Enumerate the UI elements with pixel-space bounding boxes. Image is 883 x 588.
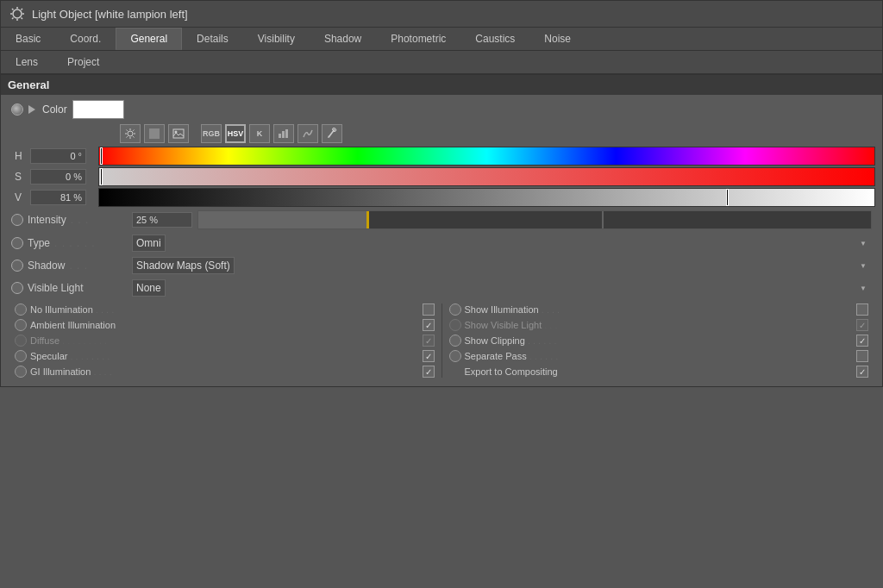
color-label: Color <box>42 103 67 116</box>
type-row: Type . . . . . . Omni <box>8 233 875 253</box>
shadow-select-wrapper: Shadow Maps (Soft) <box>132 257 872 274</box>
intensity-label-group: Intensity . . . <box>11 214 132 226</box>
diffuse-checkbox[interactable] <box>423 335 435 347</box>
s-thumb[interactable] <box>100 168 103 185</box>
show-clipping-label: Show Clipping . . . . . . <box>465 335 854 346</box>
v-input[interactable] <box>30 190 86 205</box>
shadow-radio[interactable] <box>11 260 23 272</box>
show-visible-light-radio[interactable] <box>449 319 461 331</box>
export-compositing-label: Export to Compositing <box>465 366 854 377</box>
specular-radio[interactable] <box>15 350 27 362</box>
shadow-label-group: Shadow . . . <box>11 260 132 272</box>
ambient-illumination-row: Ambient Illumination <box>15 319 435 331</box>
tab-caustics[interactable]: Caustics <box>460 28 529 50</box>
svg-line-15 <box>133 136 134 137</box>
tab-shadow[interactable]: Shadow <box>310 28 376 50</box>
checkbox-separator <box>442 303 442 378</box>
image-icon-btn[interactable] <box>168 124 189 143</box>
ambient-illumination-label: Ambient Illumination <box>30 320 419 330</box>
window-title: Light Object [white lampion left] <box>32 8 188 21</box>
checkbox-col-right: Show Illumination . . . . Show Visible L… <box>449 303 869 378</box>
specular-checkbox[interactable] <box>423 350 435 362</box>
visible-light-select[interactable]: None <box>132 279 166 297</box>
h-thumb[interactable] <box>100 147 103 165</box>
visible-light-radio[interactable] <box>11 282 23 294</box>
tab-visibility[interactable]: Visibility <box>243 28 310 50</box>
show-visible-light-label: Show Visible Light . . . <box>465 320 854 330</box>
color-swatch[interactable] <box>72 100 124 119</box>
diffuse-radio[interactable] <box>15 335 27 347</box>
visible-light-select-wrapper: None <box>132 279 872 297</box>
light-icon <box>9 6 25 22</box>
k-btn[interactable]: K <box>249 124 270 143</box>
show-visible-light-checkbox[interactable] <box>856 319 868 331</box>
v-thumb[interactable] <box>726 189 729 206</box>
type-radio[interactable] <box>11 237 23 249</box>
eyedropper-btn[interactable] <box>322 124 342 143</box>
specular-label: Specular . . . . . . . . <box>30 351 419 361</box>
color-row: Color <box>8 100 875 119</box>
type-select[interactable]: Omni <box>132 235 166 252</box>
intensity-slider[interactable] <box>197 210 872 229</box>
gi-illumination-radio[interactable] <box>15 366 27 378</box>
diffuse-label: Diffuse . . . . . . . . . <box>30 335 419 346</box>
intensity-radio[interactable] <box>11 214 23 226</box>
h-label: H <box>15 150 27 162</box>
s-slider[interactable] <box>98 167 875 186</box>
checkbox-col-left: No Illumination . . . . Ambient Illumina… <box>15 303 435 378</box>
h-slider[interactable] <box>98 147 875 166</box>
v-row: V <box>8 188 875 207</box>
levels-icon <box>278 128 290 139</box>
svg-line-8 <box>12 18 14 20</box>
gi-illumination-row: GI Illumination . . . . <box>15 366 435 378</box>
expand-color-icon[interactable] <box>28 105 35 114</box>
specular-row: Specular . . . . . . . . <box>15 350 435 362</box>
intensity-label: Intensity <box>28 214 66 226</box>
tab-lens[interactable]: Lens <box>1 51 53 73</box>
intensity-input[interactable] <box>132 212 192 228</box>
svg-line-17 <box>127 136 128 137</box>
show-clipping-checkbox[interactable] <box>856 335 868 347</box>
tab-photometric[interactable]: Photometric <box>376 28 460 50</box>
show-clipping-radio[interactable] <box>449 335 461 347</box>
svg-line-6 <box>22 18 23 20</box>
color-radio[interactable] <box>11 103 23 116</box>
curves-icon-btn[interactable] <box>297 124 318 143</box>
s-input[interactable] <box>30 169 86 185</box>
tab-project[interactable]: Project <box>53 51 114 73</box>
hsv-btn[interactable]: HSV <box>225 124 246 143</box>
show-illumination-radio[interactable] <box>449 303 461 316</box>
ambient-illumination-checkbox[interactable] <box>423 319 435 331</box>
v-slider[interactable] <box>98 188 875 207</box>
gi-illumination-label: GI Illumination . . . . <box>30 366 419 377</box>
tab-basic[interactable]: Basic <box>1 28 55 50</box>
main-window: Light Object [white lampion left] Basic … <box>0 0 883 387</box>
separate-pass-row: Separate Pass . . . . . . <box>449 350 869 362</box>
radial-icon-btn[interactable] <box>120 124 141 143</box>
h-input[interactable] <box>30 148 86 164</box>
tab-noise[interactable]: Noise <box>529 28 586 50</box>
separate-pass-checkbox[interactable] <box>856 350 868 362</box>
show-illumination-checkbox[interactable] <box>856 303 868 316</box>
no-illumination-checkbox[interactable] <box>423 303 435 316</box>
gi-illumination-checkbox[interactable] <box>423 366 435 378</box>
tab-coord[interactable]: Coord. <box>55 28 116 50</box>
rgb-btn[interactable]: RGB <box>201 124 222 143</box>
export-compositing-checkbox[interactable] <box>856 366 868 378</box>
color-panel: Color <box>1 95 882 386</box>
intensity-marker <box>366 211 369 228</box>
shadow-select[interactable]: Shadow Maps (Soft) <box>132 257 235 274</box>
svg-rect-22 <box>285 129 288 138</box>
intensity-row: Intensity . . . <box>8 209 875 231</box>
gray-square-icon-btn[interactable] <box>144 124 165 143</box>
ambient-illumination-radio[interactable] <box>15 319 27 331</box>
levels-icon-btn[interactable] <box>273 124 294 143</box>
eyedropper-icon <box>326 128 338 140</box>
no-illumination-label: No Illumination . . . . <box>30 304 419 315</box>
no-illumination-radio[interactable] <box>15 303 27 316</box>
diffuse-row: Diffuse . . . . . . . . . <box>15 335 435 347</box>
tab-details[interactable]: Details <box>182 28 243 50</box>
h-row: H <box>8 147 875 166</box>
tab-general[interactable]: General <box>116 28 182 50</box>
separate-pass-radio[interactable] <box>449 350 461 362</box>
